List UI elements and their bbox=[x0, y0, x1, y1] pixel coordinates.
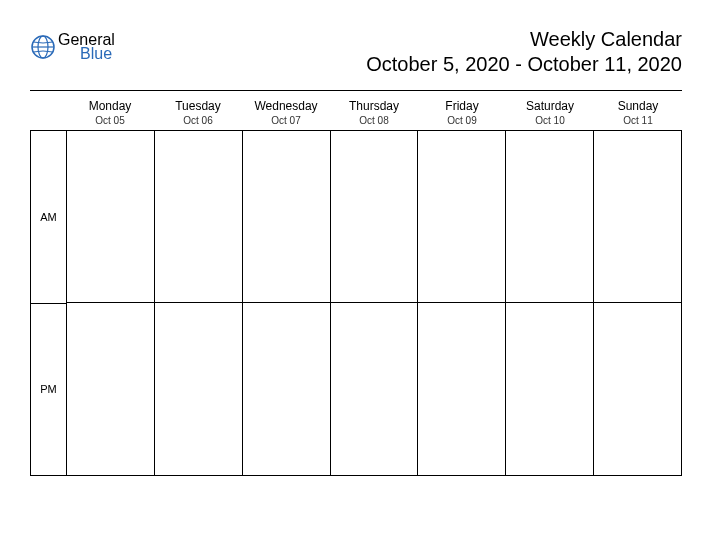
day-date: Oct 10 bbox=[506, 115, 594, 126]
logo-text: General Blue bbox=[58, 32, 115, 62]
logo: General Blue bbox=[30, 28, 115, 62]
day-header: Sunday Oct 11 bbox=[594, 99, 682, 126]
day-column bbox=[505, 131, 593, 476]
day-date: Oct 06 bbox=[154, 115, 242, 126]
calendar-slot bbox=[594, 303, 681, 475]
day-columns bbox=[66, 131, 682, 476]
header: General Blue Weekly Calendar October 5, … bbox=[30, 28, 682, 76]
period-labels: AM PM bbox=[30, 131, 66, 476]
logo-word-blue: Blue bbox=[80, 46, 115, 62]
calendar-slot bbox=[331, 131, 418, 303]
calendar-slot bbox=[594, 131, 681, 303]
day-date: Oct 05 bbox=[66, 115, 154, 126]
day-column bbox=[154, 131, 242, 476]
day-header: Saturday Oct 10 bbox=[506, 99, 594, 126]
calendar-slot bbox=[243, 131, 330, 303]
day-column bbox=[242, 131, 330, 476]
calendar-slot bbox=[155, 303, 242, 475]
day-name: Wednesday bbox=[242, 99, 330, 113]
title-block: Weekly Calendar October 5, 2020 - Octobe… bbox=[366, 28, 682, 76]
day-column bbox=[593, 131, 682, 476]
calendar-slot bbox=[243, 303, 330, 475]
calendar-slot bbox=[418, 131, 505, 303]
day-name: Sunday bbox=[594, 99, 682, 113]
day-header: Friday Oct 09 bbox=[418, 99, 506, 126]
day-name: Saturday bbox=[506, 99, 594, 113]
calendar-slot bbox=[506, 303, 593, 475]
day-name: Tuesday bbox=[154, 99, 242, 113]
day-date: Oct 09 bbox=[418, 115, 506, 126]
globe-icon bbox=[30, 34, 56, 60]
day-date: Oct 11 bbox=[594, 115, 682, 126]
day-column bbox=[417, 131, 505, 476]
date-range: October 5, 2020 - October 11, 2020 bbox=[366, 53, 682, 76]
day-date: Oct 07 bbox=[242, 115, 330, 126]
divider bbox=[30, 90, 682, 91]
calendar-slot bbox=[331, 303, 418, 475]
day-name: Thursday bbox=[330, 99, 418, 113]
calendar-grid: AM PM bbox=[30, 130, 682, 476]
day-date: Oct 08 bbox=[330, 115, 418, 126]
day-header: Tuesday Oct 06 bbox=[154, 99, 242, 126]
day-header: Wednesday Oct 07 bbox=[242, 99, 330, 126]
period-header-spacer bbox=[30, 99, 66, 126]
calendar: Monday Oct 05 Tuesday Oct 06 Wednesday O… bbox=[30, 99, 682, 476]
calendar-slot bbox=[67, 131, 154, 303]
page-title: Weekly Calendar bbox=[366, 28, 682, 51]
day-header: Monday Oct 05 bbox=[66, 99, 154, 126]
calendar-slot bbox=[67, 303, 154, 475]
calendar-slot bbox=[155, 131, 242, 303]
day-column bbox=[66, 131, 154, 476]
day-headers: Monday Oct 05 Tuesday Oct 06 Wednesday O… bbox=[30, 99, 682, 126]
period-pm: PM bbox=[31, 304, 66, 476]
day-name: Monday bbox=[66, 99, 154, 113]
calendar-slot bbox=[506, 131, 593, 303]
calendar-slot bbox=[418, 303, 505, 475]
day-header: Thursday Oct 08 bbox=[330, 99, 418, 126]
day-column bbox=[330, 131, 418, 476]
day-name: Friday bbox=[418, 99, 506, 113]
period-am: AM bbox=[31, 131, 66, 304]
